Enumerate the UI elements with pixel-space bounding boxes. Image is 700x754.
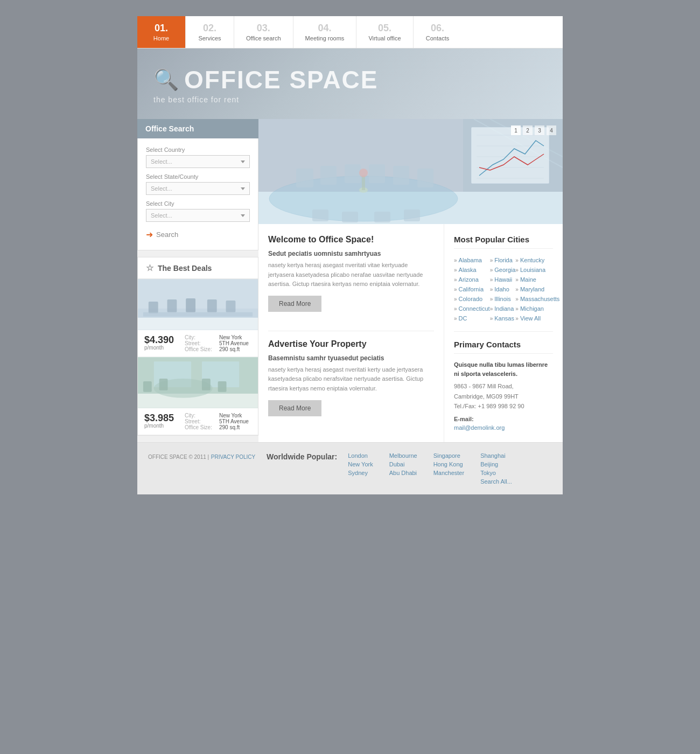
country-select[interactable]: Select... — [146, 155, 250, 168]
footer-left: OFFICE SPACE © 2011 | PRIVACY POLICY — [148, 452, 267, 460]
best-deals-header: ☆ The Best Deals — [138, 257, 258, 279]
city-florida: »Florida — [490, 255, 516, 265]
city-link-connecticut[interactable]: Connecticut — [459, 305, 490, 312]
nav-item-contacts[interactable]: 06. Contacts — [414, 16, 462, 48]
advertise-subtitle: Basemnistu samhr tyuasedut peciatis — [268, 354, 434, 362]
city-link-alabama[interactable]: Alabama — [459, 257, 482, 263]
footer-city-melbourne[interactable]: Melbourne — [389, 452, 417, 459]
city-louisiana: »Louisiana — [515, 265, 559, 275]
cities-col-3: »Kentucky »Louisiana »Maine »Maryland »M… — [515, 255, 559, 323]
city-select[interactable]: Select... — [146, 209, 250, 222]
search-button[interactable]: ➜ Search — [146, 227, 178, 242]
pagination-dot-1[interactable]: 1 — [511, 125, 521, 135]
svg-rect-16 — [143, 381, 152, 392]
hero-title: 🔍 OFFICE SPACE — [153, 67, 547, 92]
city-link-kansas[interactable]: Kansas — [494, 315, 514, 322]
chevron-icon: » — [490, 287, 493, 292]
footer-privacy-link[interactable]: PRIVACY POLICY — [211, 454, 255, 460]
contacts-email-link[interactable]: mail@demolink.org — [454, 424, 505, 431]
city-link-florida[interactable]: Florida — [494, 257, 513, 263]
svg-rect-37 — [393, 166, 409, 185]
city-link-california[interactable]: California — [459, 286, 484, 292]
nav-item-office-search[interactable]: 03. Office search — [234, 16, 293, 48]
advertise-section: Advertise Your Property Basemnistu samhr… — [268, 339, 434, 427]
nav-item-services[interactable]: 02. Services — [186, 16, 234, 48]
svg-rect-19 — [218, 381, 227, 392]
footer-city-beijing[interactable]: Beijing — [480, 461, 512, 467]
city-link-hawaii[interactable]: Hawaii — [494, 276, 512, 283]
city-georgia: »Georgia — [490, 265, 516, 275]
nav-num-home: 01. — [155, 23, 168, 34]
advertise-read-more-button[interactable]: Read More — [268, 400, 321, 416]
nav-item-home[interactable]: 01. Home — [137, 16, 186, 48]
chevron-icon: » — [490, 267, 493, 273]
contacts-address: 9863 - 9867 Mill Road, Cambridge, MG09 9… — [454, 381, 553, 411]
footer-copyright: OFFICE SPACE © 2011 | — [148, 454, 209, 460]
contacts-bold: Quisque nulla tibu lumas libernre ni slp… — [454, 360, 553, 378]
city-link-illinois[interactable]: Illinois — [494, 296, 511, 302]
deal-price-pm-2: p/month — [144, 423, 179, 429]
nav-item-virtual-office[interactable]: 05. Virtual office — [356, 16, 413, 48]
footer-col-4: Shanghai Beijing Tokyo Search All... — [480, 452, 512, 485]
footer-city-newyork[interactable]: New York — [348, 461, 373, 467]
city-maine: »Maine — [515, 275, 559, 284]
city-alabama: »Alabama — [454, 255, 490, 265]
advertise-title: Advertise Your Property — [268, 339, 434, 349]
svg-rect-5 — [167, 299, 177, 312]
svg-rect-1 — [138, 318, 258, 330]
footer-city-sydney[interactable]: Sydney — [348, 470, 373, 476]
svg-rect-39 — [312, 210, 328, 221]
footer-city-manchester[interactable]: Manchester — [433, 470, 464, 476]
pagination-dot-3[interactable]: 3 — [535, 125, 544, 135]
nav-num-meeting-rooms: 04. — [318, 23, 331, 34]
search-icon: 🔍 — [153, 69, 180, 90]
search-box: Office Search Select Country Select... S… — [137, 119, 258, 250]
city-link-dc[interactable]: DC — [459, 315, 467, 322]
city-link-colorado[interactable]: Colorado — [459, 296, 483, 302]
city-link-arizona[interactable]: Arizona — [459, 276, 479, 283]
hero-image: 1 2 3 4 — [258, 119, 563, 224]
footer-city-hongkong[interactable]: Hong Kong — [433, 461, 464, 467]
chevron-icon: » — [454, 287, 457, 292]
footer-city-shanghai[interactable]: Shanghai — [480, 452, 512, 459]
footer-city-dubai[interactable]: Dubai — [389, 461, 417, 467]
star-icon: ☆ — [146, 263, 153, 273]
nav-item-meeting-rooms[interactable]: 04. Meeting rooms — [293, 16, 357, 48]
city-link-michigan[interactable]: Michigan — [520, 305, 544, 312]
city-michigan: »Michigan — [515, 304, 559, 313]
contacts-title: Primary Contacts — [454, 340, 553, 354]
pagination-dot-4[interactable]: 4 — [547, 125, 556, 135]
chevron-icon: » — [490, 306, 493, 312]
footer-search-all-link[interactable]: Search All... — [480, 478, 512, 485]
city-link-view-all[interactable]: View All — [520, 315, 541, 322]
nav-label-meeting-rooms: Meeting rooms — [305, 35, 345, 41]
deal-image-1 — [138, 279, 258, 330]
footer-worldwide-label: Worldwide Popular: — [267, 452, 337, 485]
search-box-header: Office Search — [137, 119, 258, 138]
footer-city-london[interactable]: London — [348, 452, 373, 459]
pagination-dot-2[interactable]: 2 — [523, 125, 533, 135]
footer-right: Worldwide Popular: London New York Sydne… — [267, 452, 552, 485]
city-link-massachusetts[interactable]: Massachusetts — [520, 296, 559, 302]
city-link-indiana[interactable]: Indiana — [494, 305, 514, 312]
footer-city-singapore[interactable]: Singapore — [433, 452, 464, 459]
city-link-maine[interactable]: Maine — [520, 276, 536, 283]
city-link-idaho[interactable]: Idaho — [494, 286, 509, 292]
footer-city-tokyo[interactable]: Tokyo — [480, 470, 512, 476]
city-link-georgia[interactable]: Georgia — [494, 267, 515, 273]
welcome-read-more-button[interactable]: Read More — [268, 296, 321, 312]
city-link-alaska[interactable]: Alaska — [459, 267, 477, 273]
svg-rect-26 — [471, 127, 549, 184]
footer-city-abudhabi[interactable]: Abu Dhabi — [389, 470, 417, 476]
city-label: Select City — [146, 200, 250, 207]
nav-num-contacts: 06. — [431, 23, 444, 34]
city-link-kentucky[interactable]: Kentucky — [520, 257, 544, 263]
welcome-subtitle: Sedut peciatis uomnistu samhrtyuas — [268, 250, 434, 257]
right-content: 1 2 3 4 Welcome to Office Space! Sedut p… — [258, 119, 563, 442]
svg-rect-38 — [417, 169, 433, 187]
city-link-maryland[interactable]: Maryland — [520, 286, 544, 292]
city-link-louisiana[interactable]: Louisiana — [520, 267, 545, 273]
city-maryland: »Maryland — [515, 284, 559, 294]
city-hawaii: »Hawaii — [490, 275, 516, 284]
state-select[interactable]: Select... — [146, 182, 250, 195]
